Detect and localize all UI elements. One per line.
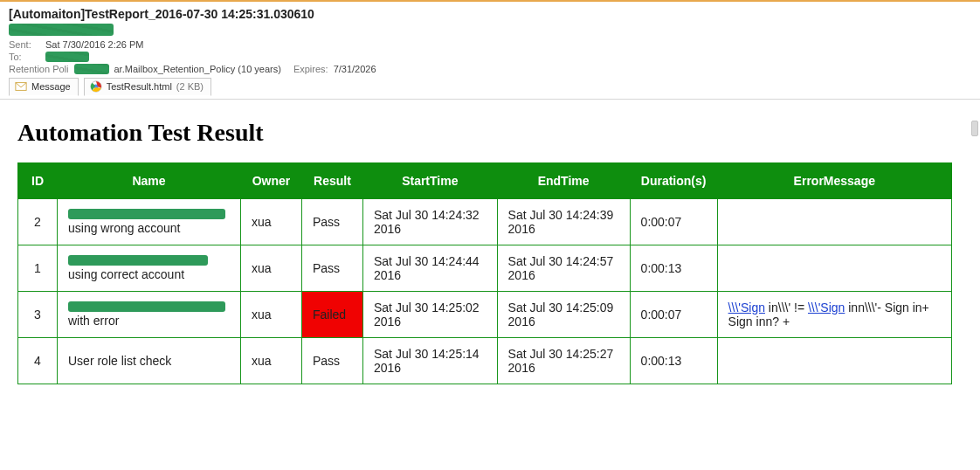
attachment-item[interactable]: TestResult.html (2 KB) — [84, 78, 211, 96]
col-error: ErrorMessage — [717, 162, 951, 198]
col-id: ID — [18, 162, 58, 198]
col-name: Name — [58, 162, 241, 198]
name-redacted — [68, 209, 225, 219]
cell-name: using wrong account — [58, 198, 241, 245]
cell-end: Sat Jul 30 14:24:39 2016 — [497, 198, 630, 245]
table-row: 3 with error xua Failed Sat Jul 30 14:25… — [18, 291, 952, 337]
col-end: EndTime — [497, 162, 630, 198]
expires-value: 7/31/2026 — [334, 64, 376, 74]
cell-owner: xua — [241, 291, 302, 337]
results-table: ID Name Owner Result StartTime EndTime D… — [17, 162, 952, 384]
cell-error: \\\'Sign in\\\' != \\\'Sign inn\\\'- Sig… — [717, 291, 951, 337]
cell-result: Pass — [302, 245, 363, 291]
cell-error — [717, 245, 951, 291]
table-row: 1 using correct account xua Pass Sat Jul… — [18, 245, 952, 291]
name-redacted — [68, 301, 225, 312]
cell-end: Sat Jul 30 14:24:57 2016 — [497, 245, 630, 291]
cell-start: Sat Jul 30 14:24:44 2016 — [363, 245, 498, 291]
email-subject: [Automaiton]TestReport_2016-07-30 14:25:… — [9, 7, 971, 21]
email-body: Automation Test Result ID Name Owner Res… — [0, 100, 980, 395]
cell-id: 2 — [18, 198, 58, 245]
name-redacted — [68, 255, 208, 266]
message-tab[interactable]: Message — [9, 78, 79, 96]
cell-duration: 0:00:07 — [630, 291, 717, 337]
table-header-row: ID Name Owner Result StartTime EndTime D… — [18, 162, 952, 198]
to-row: To: — [9, 52, 971, 62]
cell-id: 4 — [18, 337, 58, 384]
cell-duration: 0:00:07 — [630, 198, 717, 245]
sent-value: Sat 7/30/2016 2:26 PM — [45, 39, 144, 50]
table-row: 4 User role list check xua Pass Sat Jul … — [18, 337, 952, 384]
cell-name: with error — [58, 291, 241, 337]
report-title: Automation Test Result — [17, 119, 963, 147]
col-start: StartTime — [363, 162, 498, 198]
cell-duration: 0:00:13 — [630, 245, 717, 291]
retention-value: ar.Mailbox_Retention_Policy (10 years) — [114, 64, 281, 74]
col-result: Result — [302, 162, 363, 198]
to-redacted — [45, 52, 89, 62]
cell-start: Sat Jul 30 14:24:32 2016 — [363, 198, 498, 245]
cell-start: Sat Jul 30 14:25:14 2016 — [363, 337, 498, 384]
expires-label: Expires: — [293, 64, 328, 74]
error-text: in\\\' != — [765, 301, 808, 314]
from-redacted — [9, 24, 114, 36]
cell-start: Sat Jul 30 14:25:02 2016 — [363, 291, 498, 337]
message-tab-label: Message — [31, 81, 71, 92]
cell-end: Sat Jul 30 14:25:27 2016 — [497, 337, 630, 384]
envelope-icon — [15, 80, 27, 93]
email-header: [Automaiton]TestReport_2016-07-30 14:25:… — [0, 2, 980, 100]
retention-label: Retention Poli — [9, 64, 69, 74]
cell-result: Pass — [302, 337, 363, 384]
error-link[interactable]: \\\'Sign — [808, 301, 845, 314]
name-suffix: using correct account — [68, 267, 184, 281]
cell-duration: 0:00:13 — [630, 337, 717, 384]
scrollbar-thumb[interactable] — [971, 121, 978, 136]
retention-row: Retention Poli ar.Mailbox_Retention_Poli… — [9, 64, 971, 74]
sent-label: Sent: — [9, 39, 40, 50]
cell-owner: xua — [241, 198, 302, 245]
col-duration: Duration(s) — [630, 162, 717, 198]
name-suffix: User role list check — [68, 354, 171, 368]
cell-result: Pass — [302, 198, 363, 245]
name-suffix: with error — [68, 314, 119, 328]
to-label: To: — [9, 52, 40, 62]
col-owner: Owner — [241, 162, 302, 198]
cell-end: Sat Jul 30 14:25:09 2016 — [497, 291, 630, 337]
attachment-filename: TestResult.html — [107, 81, 172, 92]
cell-id: 1 — [18, 245, 58, 291]
error-link[interactable]: \\\'Sign — [728, 301, 765, 314]
cell-id: 3 — [18, 291, 58, 337]
cell-name: User role list check — [58, 337, 241, 384]
cell-owner: xua — [241, 337, 302, 384]
retention-redacted — [74, 64, 109, 74]
cell-owner: xua — [241, 245, 302, 291]
cell-error — [717, 337, 951, 384]
cell-name: using correct account — [58, 245, 241, 291]
cell-error — [717, 198, 951, 245]
table-row: 2 using wrong account xua Pass Sat Jul 3… — [18, 198, 952, 245]
chrome-icon — [90, 80, 102, 93]
attachments-bar: Message TestResult.html (2 KB) — [9, 78, 971, 99]
sent-row: Sent: Sat 7/30/2016 2:26 PM — [9, 39, 971, 50]
cell-result-failed: Failed — [302, 291, 363, 337]
attachment-size: (2 KB) — [176, 81, 204, 92]
name-suffix: using wrong account — [68, 221, 180, 235]
